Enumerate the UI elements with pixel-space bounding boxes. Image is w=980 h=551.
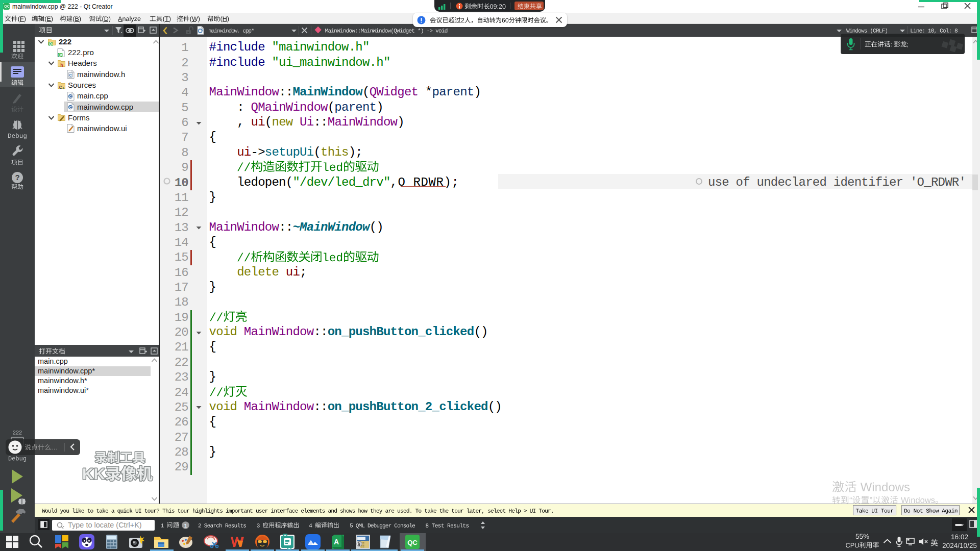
svg-text:1: 1 xyxy=(184,523,187,529)
svg-text:C: C xyxy=(69,73,72,78)
svg-text:C₊: C₊ xyxy=(59,84,65,89)
svg-text:Qt: Qt xyxy=(58,53,62,57)
svg-text:C: C xyxy=(69,94,72,98)
svg-text:A: A xyxy=(333,538,338,546)
svg-text:C: C xyxy=(69,105,72,110)
svg-text:Qt: Qt xyxy=(49,42,53,46)
svg-text:?: ? xyxy=(15,173,19,182)
svg-text:QC: QC xyxy=(407,539,418,546)
svg-text:h: h xyxy=(60,62,63,67)
